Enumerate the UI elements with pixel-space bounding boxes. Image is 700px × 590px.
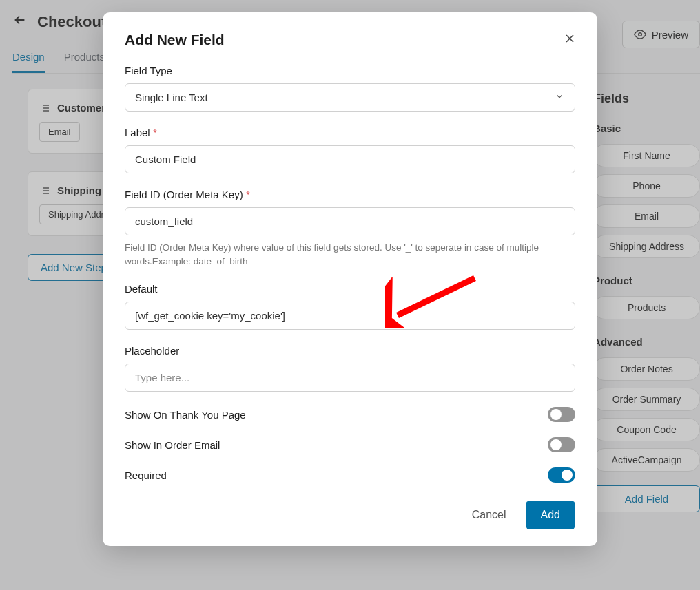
field-id-help: Field ID (Order Meta Key) where value of… <box>125 241 575 268</box>
cancel-button[interactable]: Cancel <box>472 509 506 521</box>
default-label: Default <box>125 283 575 295</box>
show-email-toggle[interactable] <box>548 437 575 452</box>
show-thank-you-toggle[interactable] <box>548 407 575 422</box>
add-field-modal: Add New Field Field Type Single Line Tex… <box>103 12 597 546</box>
placeholder-label: Placeholder <box>125 345 575 357</box>
show-email-label: Show In Order Email <box>125 439 220 451</box>
close-icon[interactable] <box>563 32 577 48</box>
field-type-select[interactable]: Single Line Text <box>125 83 575 112</box>
placeholder-input[interactable] <box>125 364 575 392</box>
field-id-input[interactable] <box>125 207 575 235</box>
field-type-label: Field Type <box>125 65 575 76</box>
add-button[interactable]: Add <box>526 501 575 529</box>
required-label: Required <box>125 470 167 481</box>
required-toggle[interactable] <box>548 467 575 483</box>
label-input[interactable] <box>125 145 575 173</box>
modal-overlay: Add New Field Field Type Single Line Tex… <box>0 0 700 590</box>
modal-title: Add New Field <box>125 32 575 48</box>
default-input[interactable] <box>125 302 575 330</box>
show-thank-you-label: Show On Thank You Page <box>125 409 246 421</box>
field-id-label: Field ID (Order Meta Key) * <box>125 189 575 200</box>
label-label: Label * <box>125 127 575 138</box>
